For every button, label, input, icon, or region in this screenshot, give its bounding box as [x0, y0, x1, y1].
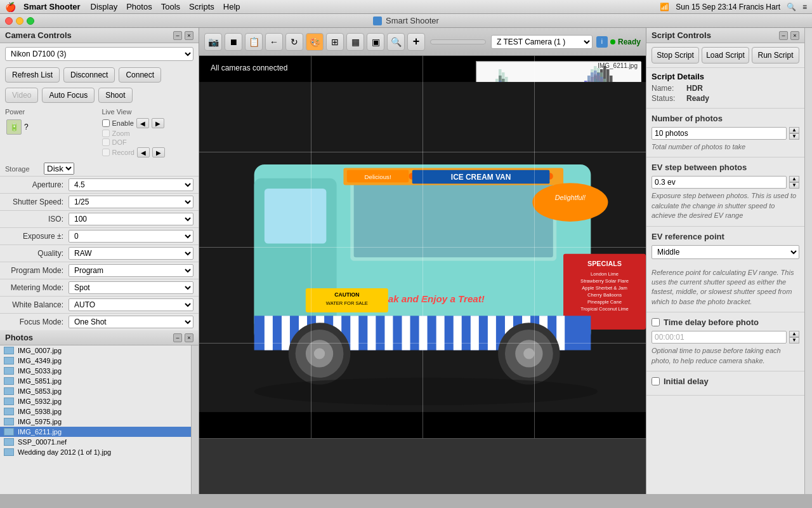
tb-icon3[interactable]: 📋 [245, 33, 263, 51]
setting-select[interactable]: AUTO [69, 298, 193, 311]
menu-tools[interactable]: Tools [161, 2, 180, 11]
autofocus-button[interactable]: Auto Focus [42, 88, 95, 103]
tb-color-icon[interactable]: 🎨 [306, 33, 324, 51]
menu-items: Display Photos Tools Scripts Help [91, 2, 240, 11]
camera-dropdown-row: Nikon D7100 (3) [5, 47, 193, 61]
setting-select[interactable]: 100 [69, 213, 193, 225]
num-photos-input[interactable] [652, 127, 787, 140]
info-icon[interactable]: i [596, 36, 608, 48]
menu-display[interactable]: Display [91, 2, 118, 11]
list-item[interactable]: IMG_5851.jpg [0, 376, 191, 386]
maximize-button[interactable] [27, 17, 34, 25]
setting-select[interactable]: Program [69, 264, 193, 277]
apple-menu[interactable]: 🍎 [5, 2, 16, 12]
right-scrollbar[interactable] [804, 28, 812, 494]
setting-select[interactable]: RAW [69, 247, 193, 260]
settings-row: Shutter Speed: 1/25 [0, 193, 199, 210]
load-script-button[interactable]: Load Script [702, 47, 749, 64]
lv-left-arrow[interactable]: ◀ [136, 118, 149, 128]
time-delay-up[interactable]: ▲ [789, 331, 799, 337]
time-delay-checkbox[interactable] [652, 318, 660, 326]
num-photos-down[interactable]: ▼ [789, 133, 799, 140]
battery-icon: 🔋 [6, 119, 22, 135]
list-item[interactable]: IMG_5938.jpg [0, 406, 191, 417]
list-item[interactable]: IMG_5932.jpg [0, 396, 191, 406]
list-item[interactable]: IMG_5975.jpg [0, 417, 191, 427]
close-button[interactable] [5, 17, 13, 25]
list-item[interactable]: IMG_5033.jpg [0, 366, 191, 376]
minimize-button[interactable] [16, 17, 23, 25]
tb-icon8[interactable]: ▦ [346, 33, 364, 51]
disconnect-button[interactable]: Disconnect [63, 67, 115, 83]
photo-icon [4, 367, 14, 375]
lv-zoom-checkbox[interactable] [102, 130, 110, 137]
settings-row: Exposure ±: 0 [0, 227, 199, 244]
setting-select[interactable]: 0 [69, 230, 193, 243]
panel-close[interactable]: × [185, 31, 193, 40]
video-button[interactable]: Video [5, 88, 38, 103]
camera-select[interactable]: Nikon D7100 (3) [5, 47, 193, 61]
menu-scripts[interactable]: Scripts [189, 2, 214, 11]
photos-close[interactable]: × [185, 333, 193, 342]
ev-step-input[interactable] [652, 176, 787, 189]
tb-icon2[interactable]: ⏹ [225, 33, 242, 51]
list-item[interactable]: IMG_4349.jpg [0, 356, 191, 366]
list-item[interactable]: IMG_0007.jpg [0, 345, 191, 356]
num-photos-up[interactable]: ▲ [789, 127, 799, 133]
photos-scrollbar[interactable] [191, 345, 199, 494]
tb-plus-icon[interactable]: + [407, 33, 425, 51]
tb-icon4[interactable]: ← [265, 33, 283, 51]
list-icon[interactable]: ≡ [802, 3, 807, 11]
lv-right-arrow[interactable]: ▶ [152, 118, 164, 128]
photos-minimize[interactable]: – [173, 333, 182, 342]
time-delay-checkbox-row: Time delay before photo [652, 318, 799, 327]
menu-help[interactable]: Help [223, 2, 240, 11]
lv-record-checkbox[interactable] [102, 149, 110, 156]
tb-grid-icon[interactable]: ⊞ [326, 33, 344, 51]
ev-step-down[interactable]: ▼ [789, 182, 799, 189]
time-delay-down[interactable]: ▼ [789, 337, 799, 344]
initial-delay-label: Initial delay [664, 377, 709, 386]
zoom-slider[interactable] [430, 39, 486, 44]
stop-script-button[interactable]: Stop Script [652, 47, 699, 64]
initial-delay-checkbox[interactable] [652, 377, 660, 385]
secondary-btn-row: Video Auto Focus Shoot [0, 85, 199, 105]
tb-icon9[interactable]: ▣ [367, 33, 384, 51]
svg-rect-41 [282, 316, 290, 350]
storage-select[interactable]: Disk [44, 163, 74, 175]
menu-photos[interactable]: Photos [126, 2, 152, 11]
setting-select[interactable]: 1/25 [69, 196, 193, 208]
svg-text:SPECIALS: SPECIALS [587, 260, 622, 267]
connect-button[interactable]: Connect [119, 67, 161, 83]
refresh-button[interactable]: Refresh List [5, 67, 60, 83]
tb-zoom-icon[interactable]: 🔍 [387, 33, 405, 51]
ev-step-up[interactable]: ▲ [789, 176, 799, 182]
lv-enable-checkbox[interactable] [102, 119, 110, 127]
setting-select[interactable]: Spot [69, 281, 193, 294]
camera-controls-title: Camera Controls [5, 30, 72, 40]
toolbar-camera-select[interactable]: Z TEST Camera (1 ) [491, 35, 593, 49]
script-close[interactable]: × [790, 31, 799, 40]
panel-minimize[interactable]: – [173, 31, 182, 40]
tb-refresh-icon[interactable]: ↻ [285, 33, 303, 51]
lv-dof-checkbox[interactable] [102, 138, 110, 146]
photo-icon [4, 398, 14, 405]
time-delay-input[interactable] [652, 331, 787, 344]
lv-record-left[interactable]: ◀ [137, 147, 150, 157]
script-minimize[interactable]: – [779, 31, 788, 40]
run-script-button[interactable]: Run Script [752, 47, 799, 64]
ev-ref-select[interactable]: Middle Fastest Slowest [652, 245, 799, 259]
power-unknown: ? [24, 123, 29, 131]
setting-select[interactable]: One Shot [69, 316, 193, 328]
setting-label: Focus Mode: [5, 318, 69, 326]
tb-camera-icon[interactable]: 📷 [204, 33, 222, 51]
list-item[interactable]: SSP_00071.nef [0, 437, 191, 447]
list-item[interactable]: IMG_5853.jpg [0, 386, 191, 396]
shoot-button[interactable]: Shoot [98, 88, 132, 103]
list-item[interactable]: IMG_6211.jpg [0, 427, 191, 437]
search-icon[interactable]: 🔍 [787, 3, 796, 11]
power-label: Power [5, 108, 97, 116]
list-item[interactable]: Wedding day 2012 (1 of 1).jpg [0, 447, 191, 457]
lv-record-right[interactable]: ▶ [152, 147, 165, 157]
setting-select[interactable]: 4.5 [69, 178, 193, 191]
